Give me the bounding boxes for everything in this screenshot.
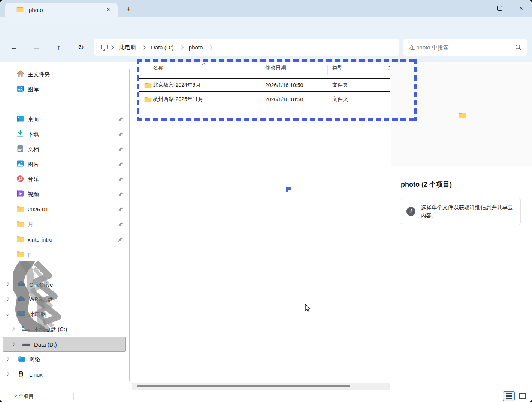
search-box[interactable] [403,39,527,56]
sidebar-item-folder-xintu-intro[interactable]: xintu-intro [0,232,132,247]
breadcrumb-photo[interactable]: photo [185,44,207,51]
sidebar-item-label: 下载 [28,131,39,138]
info-icon: i [406,207,415,216]
mouse-cursor [305,304,311,313]
file-name: 北京故宫-2024年9月 [153,82,201,88]
column-separator[interactable] [387,65,387,75]
pictures-icon [16,160,24,168]
search-input[interactable] [408,44,515,51]
view-toggle-group [503,391,528,401]
folder-icon [16,6,24,14]
file-row-beijing[interactable]: 北京故宫-2024年9月 2026/1/16 10:50 文件夹 [135,79,388,91]
navigation-pane: 主文件夹 图库 桌面 下载 文档 [0,62,132,390]
status-separator [73,393,74,400]
sidebar-item-label: 视频 [28,191,39,198]
selection-marquee-bottom [137,118,417,121]
breadcrumb-data-d[interactable]: Data (D:) [147,44,178,51]
column-header-type[interactable]: 类型 [332,64,343,71]
folder-icon [16,206,24,213]
details-panel: photo (2 个项目) i 选择单个文件以获取详细信息并共享云内容。 [391,62,532,390]
forward-button[interactable]: → [29,40,43,54]
gallery-icon [16,85,24,93]
minimize-button[interactable]: – [467,0,489,17]
details-info-text: 选择单个文件以获取详细信息并共享云内容。 [421,203,515,220]
sidebar-item-this-pc[interactable]: 此电脑 [0,307,132,322]
file-row-hangzhou[interactable]: 杭州西湖-2025年11月 2026/1/16 10:50 文件夹 [135,93,388,105]
chevron-right-icon [5,372,9,376]
horizontal-scrollbar[interactable] [132,382,390,390]
pin-icon [118,237,123,243]
sidebar-divider [0,262,132,277]
this-pc-icon [100,44,108,51]
horizontal-scrollbar-thumb[interactable] [137,385,350,387]
sidebar-item-desktop[interactable]: 桌面 [0,112,132,127]
up-button[interactable]: ↑ [51,40,66,54]
new-tab-button[interactable]: + [123,4,134,15]
drive-d-icon [22,340,30,348]
chevron-right-icon [5,282,9,286]
home-icon [16,70,24,78]
pin-icon [118,132,123,138]
file-name: 杭州西湖-2025年11月 [153,96,203,103]
breadcrumb-chevron-icon [141,45,145,50]
drag-artifact [286,188,288,192]
file-type: 文件夹 [332,96,348,103]
pin-icon [118,222,123,228]
folder-icon [458,112,466,120]
icons-view-button[interactable] [516,391,528,401]
breadcrumb-this-pc[interactable]: 此电脑 [115,44,140,51]
title-bar: photo × + – × [0,0,532,17]
desktop-icon [16,116,24,123]
details-title: photo (2 个项目) [401,180,452,189]
sidebar-item-folder-redacted[interactable]: 月 [0,217,132,232]
sidebar-item-wps-cloud[interactable]: WPS云盘 [0,292,132,307]
close-button[interactable]: × [510,0,532,17]
sidebar-item-home[interactable]: 主文件夹 [0,67,132,82]
sidebar-item-folder-2026-01[interactable]: 2026-01 [0,202,132,217]
status-bar: 2 个项目 [0,390,532,402]
pin-icon [118,177,123,183]
tab-close-icon[interactable]: × [103,5,113,15]
tab-photo[interactable]: photo × [5,3,118,17]
sidebar-item-music[interactable]: 音乐 [0,172,132,187]
sidebar-item-network[interactable]: 网络 [0,352,132,367]
chevron-right-icon [11,342,15,346]
breadcrumb-chevron-icon [179,45,183,50]
chevron-right-icon [10,327,15,331]
wps-cloud-icon [17,296,26,303]
folder-icon [16,220,24,228]
column-separator[interactable] [327,65,328,75]
sidebar-item-videos[interactable]: 视频 [0,187,132,202]
address-bar[interactable]: 此电脑 Data (D:) photo [94,39,399,56]
sidebar-item-gallery[interactable]: 图库 [0,82,132,97]
sidebar-item-label: 月 [28,221,33,228]
folder-icon [16,236,24,243]
music-icon [16,175,24,184]
linux-penguin-icon [18,370,24,379]
back-button[interactable]: ← [7,40,21,54]
sidebar-item-documents[interactable]: 文档 [0,142,132,157]
sidebar-item-folder-redacted-2[interactable]: F [0,247,132,262]
sidebar-item-local-disk-c[interactable]: 本地磁盘 (C:) [0,322,132,337]
column-header-name[interactable]: 名称 [153,64,163,71]
sidebar-scrollbar[interactable] [129,69,130,381]
details-view-button[interactable] [503,391,515,401]
sidebar-item-onedrive[interactable]: OneDrive [0,277,132,292]
column-separator[interactable] [262,65,262,75]
sidebar-item-downloads[interactable]: 下载 [0,127,132,142]
sidebar-item-data-d[interactable]: Data (D:) [3,337,126,352]
column-header-date[interactable]: 修改日期 [265,64,286,71]
chevron-right-icon [5,357,9,361]
window-controls: – × [467,0,532,17]
maximize-button[interactable] [489,0,510,17]
selection-marquee-left [137,59,139,121]
refresh-button[interactable]: ↻ [74,40,88,54]
search-icon [515,44,522,51]
maximize-icon [497,6,502,11]
column-header-size-clipped[interactable]: 大 [388,64,390,71]
sidebar-item-linux[interactable]: Linux [0,367,132,382]
breadcrumb-chevron-icon [208,45,212,50]
sidebar-item-label: WPS云盘 [29,296,53,303]
pin-icon [118,207,123,213]
sidebar-item-pictures[interactable]: 图片 [0,157,132,172]
